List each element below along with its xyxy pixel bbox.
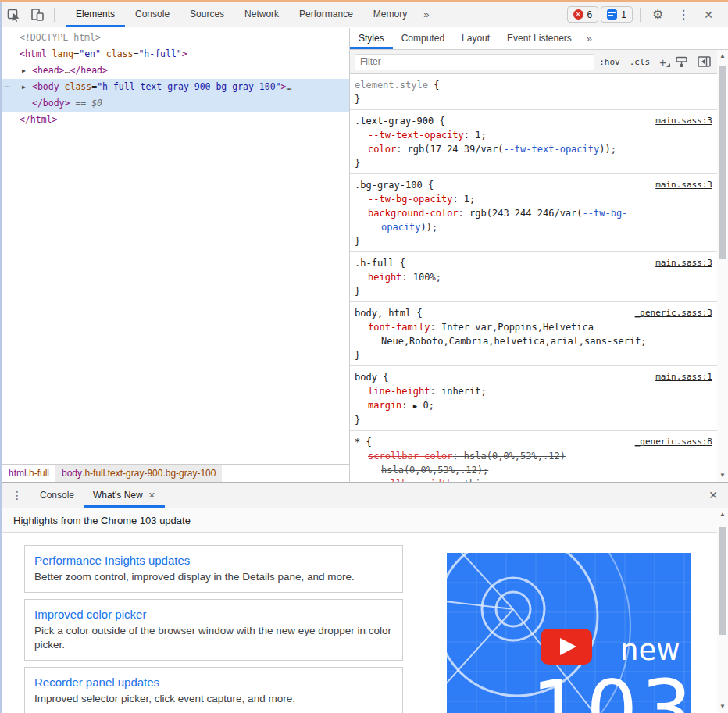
tab-network[interactable]: Network bbox=[234, 2, 289, 27]
drawer-tab-what-s-new[interactable]: What's New✕ bbox=[84, 483, 165, 508]
highlight-card-link[interactable]: Recorder panel updates bbox=[34, 673, 159, 691]
code-token: Neue,Roboto,Cambria,helvetica,arial,sans… bbox=[381, 336, 647, 347]
code-token: class bbox=[65, 81, 92, 92]
tab-layout[interactable]: Layout bbox=[453, 28, 498, 49]
dom-tree-row[interactable]: <!DOCTYPE html> bbox=[2, 30, 349, 46]
stylesheet-link[interactable]: _generic.sass:3 bbox=[635, 306, 712, 320]
scrollbar-thumb[interactable] bbox=[719, 66, 726, 259]
drawer-scrollbar[interactable]: ▲ ▼ bbox=[717, 508, 728, 713]
breadcrumb-item-body[interactable]: body.h-full.text-gray-900.bg-gray-100 bbox=[55, 465, 222, 482]
breadcrumb-tag: html bbox=[9, 468, 27, 479]
dom-tree-row[interactable]: ⋯▶<body class="h-full text-gray-900 bg-g… bbox=[2, 79, 349, 95]
styles-filter-input[interactable] bbox=[355, 54, 594, 70]
css-declaration[interactable]: hsla(0,0%,53%,.12); bbox=[355, 463, 712, 477]
more-actions-icon[interactable]: ⋯ bbox=[5, 79, 9, 95]
scroll-up-icon[interactable]: ▲ bbox=[717, 509, 728, 520]
dom-tree-row[interactable]: </body> == $0 bbox=[2, 95, 349, 112]
console-message-badge[interactable]: 1 bbox=[601, 6, 633, 23]
settings-button[interactable]: ⚙ bbox=[645, 7, 670, 22]
toggle-computed-sidebar-button[interactable] bbox=[693, 56, 716, 67]
tab-elements[interactable]: Elements bbox=[66, 2, 125, 27]
css-declaration[interactable]: color: rgb(17 24 39/var(--tw-text-opacit… bbox=[355, 142, 712, 156]
stylesheet-link[interactable]: _generic.sass:8 bbox=[635, 435, 712, 449]
elements-panel: <!DOCTYPE html><html lang="en" class="h-… bbox=[2, 28, 349, 464]
css-declaration[interactable]: --tw-text-opacity: 1; bbox=[355, 128, 712, 142]
scroll-up-icon[interactable]: ▲ bbox=[717, 51, 728, 62]
close-devtools-button[interactable]: ✕ bbox=[697, 9, 720, 21]
breadcrumb-item-html[interactable]: html.h-full bbox=[2, 465, 55, 482]
close-drawer-button[interactable]: ✕ bbox=[698, 489, 728, 501]
code-token bbox=[101, 48, 106, 59]
more-tabs-button[interactable]: » bbox=[580, 27, 598, 51]
code-token: scrollbar-color bbox=[368, 451, 452, 462]
code-token: { bbox=[428, 80, 439, 91]
toolbar-right: ✕ 6 1 ⚙ ⋮ ✕ bbox=[565, 6, 728, 23]
code-token: lang bbox=[52, 48, 74, 59]
stylesheet-link[interactable]: main.sass:3 bbox=[655, 114, 712, 128]
tab-memory[interactable]: Memory bbox=[363, 2, 417, 27]
code-token: --tw-bg- bbox=[583, 208, 628, 219]
tab-console[interactable]: Console bbox=[125, 2, 180, 27]
toggle-device-toolbar-button[interactable] bbox=[26, 5, 49, 25]
drawer-tab-console[interactable]: Console bbox=[30, 483, 84, 508]
stylesheet-link[interactable]: main.sass:1 bbox=[655, 370, 712, 384]
more-tabs-button[interactable]: » bbox=[417, 2, 435, 27]
toggle-element-state-button[interactable]: :hov bbox=[594, 57, 625, 67]
expand-arrow-icon[interactable]: ▶ bbox=[22, 79, 26, 95]
expand-arrow-icon[interactable]: ▶ bbox=[22, 62, 26, 79]
dom-tree-row[interactable]: </html> bbox=[2, 112, 349, 128]
highlight-card-link[interactable]: Improved color picker bbox=[34, 605, 146, 623]
drawer: ⋮ ConsoleWhat's New✕ ✕ Highlights from t… bbox=[2, 482, 728, 713]
css-declaration[interactable]: --tw-bg-opacity: 1; bbox=[355, 192, 712, 206]
highlight-card-link[interactable]: Performance Insights updates bbox=[34, 551, 190, 569]
dom-tree-row[interactable]: ▶<head>…</head> bbox=[2, 62, 349, 79]
stylesheet-link[interactable]: main.sass:3 bbox=[655, 178, 712, 192]
rendering-emulations-button[interactable] bbox=[671, 56, 693, 68]
code-token: --tw-bg-opacity bbox=[368, 194, 452, 205]
breadcrumb-classes: .h-full.text-gray-900.bg-gray-100 bbox=[82, 468, 216, 479]
code-token: { bbox=[394, 258, 405, 269]
code-token: <body bbox=[32, 81, 59, 92]
scroll-down-icon[interactable]: ▼ bbox=[717, 701, 728, 712]
code-token: .text-gray-900 bbox=[355, 116, 434, 127]
styles-tabs: StylesComputedLayoutEvent Listeners» bbox=[350, 28, 728, 50]
error-badge[interactable]: ✕ 6 bbox=[567, 6, 599, 23]
rule-selector[interactable]: element.style { bbox=[355, 78, 712, 92]
tab-styles[interactable]: Styles bbox=[350, 28, 393, 49]
code-token: color bbox=[368, 144, 396, 155]
css-declaration[interactable]: line-height: inherit; bbox=[355, 384, 712, 398]
dom-tree-row[interactable]: <html lang="en" class="h-full"> bbox=[2, 46, 349, 62]
styles-scrollbar[interactable]: ▲ ▼ bbox=[717, 50, 728, 482]
css-declaration[interactable]: height: 100%; bbox=[355, 270, 712, 284]
new-style-rule-button[interactable]: + bbox=[655, 55, 671, 69]
scrollbar-thumb[interactable] bbox=[719, 527, 726, 635]
css-declaration[interactable]: font-family: Inter var,Poppins,Helvetica bbox=[355, 320, 712, 334]
code-token: : bbox=[401, 400, 412, 411]
code-token: body bbox=[355, 372, 377, 383]
stylesheet-link[interactable]: main.sass:3 bbox=[655, 256, 712, 270]
whats-new-video-thumbnail[interactable]: new 103 bbox=[447, 553, 691, 713]
inspect-element-button[interactable] bbox=[2, 5, 26, 25]
tab-computed[interactable]: Computed bbox=[393, 28, 453, 49]
css-declaration[interactable]: background-color: rgb(243 244 246/var(--… bbox=[355, 206, 712, 220]
css-declaration[interactable]: margin: ▶ 0; bbox=[355, 398, 712, 413]
close-tab-icon[interactable]: ✕ bbox=[148, 490, 155, 501]
code-token: .bg-gray-100 bbox=[355, 180, 423, 191]
css-declaration[interactable]: opacity)); bbox=[355, 220, 712, 234]
more-options-button[interactable]: ⋮ bbox=[670, 7, 697, 22]
highlight-card: Recorder panel updatesImproved selector … bbox=[24, 667, 403, 713]
scroll-down-icon[interactable]: ▼ bbox=[717, 470, 728, 481]
tab-sources[interactable]: Sources bbox=[180, 2, 234, 27]
element-classes-button[interactable]: .cls bbox=[625, 57, 655, 67]
style-rule: _generic.sass:8* {scrollbar-color: hsla(… bbox=[350, 431, 717, 482]
error-icon: ✕ bbox=[573, 9, 583, 20]
css-declaration[interactable]: scrollbar-color: hsla(0,0%,53%,.12) bbox=[355, 449, 712, 463]
tab-event-listeners[interactable]: Event Listeners bbox=[498, 28, 580, 49]
code-token bbox=[47, 48, 52, 59]
code-token: * bbox=[355, 437, 366, 447]
code-token: margin bbox=[368, 400, 401, 411]
css-declaration[interactable]: Neue,Roboto,Cambria,helvetica,arial,sans… bbox=[355, 334, 712, 348]
drawer-menu-button[interactable]: ⋮ bbox=[2, 489, 30, 501]
tab-performance[interactable]: Performance bbox=[289, 2, 363, 27]
main-tabs: ElementsConsoleSourcesNetworkPerformance… bbox=[66, 2, 417, 27]
